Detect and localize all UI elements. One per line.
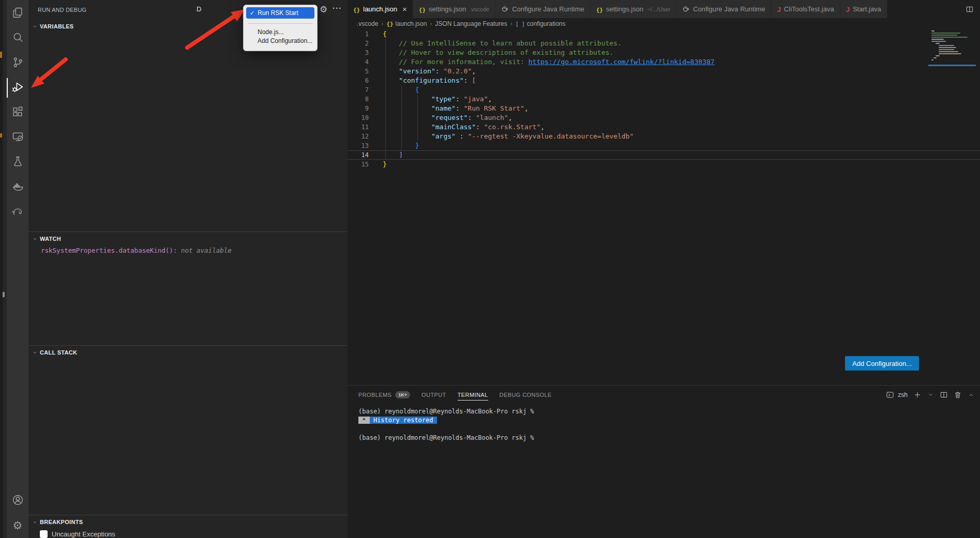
code-line[interactable]: 5 "version": "0.2.0", — [348, 67, 980, 76]
background-mark — [0, 133, 2, 137]
shell-label: zsh — [898, 391, 908, 398]
line-number: 2 — [348, 39, 369, 48]
menu-item-run-rsk-start[interactable]: ✓Run RSK Start — [246, 7, 314, 19]
activity-bar-item-extensions[interactable] — [7, 100, 28, 125]
tab-label: Start.java — [853, 5, 881, 13]
code-line[interactable]: 4 // For more information, visit: https:… — [348, 57, 980, 67]
code-line[interactable]: 7 { — [348, 85, 980, 95]
activity-bar-spacer — [7, 224, 28, 488]
activity-bar-item-settings[interactable]: ⚙ — [7, 513, 28, 538]
breadcrumb-label: .vscode — [357, 20, 378, 27]
code-content[interactable]: 1{2 // Use IntelliSense to learn about p… — [348, 29, 980, 169]
breakpoint-checkbox[interactable] — [40, 530, 48, 538]
activity-bar-item-explorer[interactable] — [7, 1, 28, 26]
accounts-icon — [11, 494, 24, 509]
breadcrumb-item-vscode[interactable]: .vscode — [357, 20, 378, 27]
tab-settings-json-user[interactable]: {}settings.json~/.../User — [591, 0, 676, 18]
tab-settings-json-vscode[interactable]: {}settings.json.vscode — [413, 0, 495, 18]
line-number: 4 — [348, 57, 369, 67]
activity-bar-item-docker[interactable] — [7, 175, 28, 199]
breadcrumb-item-json-language-features[interactable]: JSON Language Features — [435, 20, 507, 27]
chevron-up-icon[interactable] — [968, 391, 975, 398]
code-line[interactable]: 15} — [348, 160, 980, 169]
line-number: 3 — [348, 48, 369, 57]
chevron-down-icon[interactable] — [927, 391, 934, 398]
trash-icon[interactable] — [954, 391, 962, 399]
breadcrumb-item-configurations[interactable]: [ ]configurations — [516, 20, 566, 27]
line-content: "mainClass": "co.rsk.Start", — [369, 122, 980, 132]
watch-section-header[interactable]: WATCH — [28, 232, 348, 245]
code-line[interactable]: 8 "type": "java", — [348, 95, 980, 104]
terminal-icon[interactable] — [886, 391, 894, 399]
editor-pane[interactable]: 1{2 // Use IntelliSense to learn about p… — [348, 29, 980, 385]
panel-tab-debug-console[interactable]: DEBUG CONSOLE — [500, 386, 552, 404]
menu-item-add-configuration[interactable]: Add Configuration... — [244, 36, 317, 45]
code-line[interactable]: 10 "request": "launch", — [348, 113, 980, 122]
panel-tab-problems[interactable]: PROBLEMS1K+ — [358, 386, 410, 404]
tab-clitoolstest-java[interactable]: JCliToolsTest.java — [772, 0, 840, 18]
breadcrumb-item-launch-json[interactable]: {}launch.json — [386, 20, 427, 27]
panel-tab-output[interactable]: OUTPUT — [421, 386, 446, 404]
code-line[interactable]: 13 } — [348, 141, 980, 150]
terminal-output[interactable]: (base) reynoldmorel@Reynolds-MacBook-Pro… — [348, 404, 980, 538]
tab-start-java[interactable]: JStart.java — [840, 0, 887, 18]
minimap-line — [939, 47, 956, 48]
code-line[interactable]: 2 // Use IntelliSense to learn about pos… — [348, 39, 980, 48]
background-mark — [3, 292, 5, 297]
split-icon[interactable] — [940, 391, 948, 399]
tab-launch-json[interactable]: {}launch.json× — [348, 0, 413, 18]
code-line-current[interactable]: 14 ] — [348, 150, 980, 160]
panel-tab-label: OUTPUT — [421, 392, 446, 398]
line-content: } — [369, 160, 980, 169]
chevron-down-icon — [32, 23, 38, 30]
activity-bar-item-gradle[interactable] — [7, 199, 28, 224]
line-content: "type": "java", — [369, 95, 980, 104]
breadcrumb: .vscode›{}launch.json›JSON Language Feat… — [348, 18, 980, 29]
terminal-line: (base) reynoldmorel@Reynolds-MacBook-Pro… — [358, 434, 980, 442]
minimap-line — [939, 49, 954, 50]
java-runtime-icon — [501, 5, 509, 13]
code-line[interactable]: 3 // Hover to view descriptions of exist… — [348, 48, 980, 57]
panel-tab-terminal[interactable]: TERMINAL — [458, 386, 488, 404]
activity-bar-item-run-and-debug[interactable] — [7, 75, 28, 100]
line-content: // Hover to view descriptions of existin… — [369, 48, 980, 57]
vscode-window: ⚙ RUN AND DEBUG D ⚙ ··· VARIABLES WATCH … — [0, 0, 980, 538]
activity-bar-item-testing[interactable] — [7, 150, 28, 175]
activity-bar-item-search[interactable] — [7, 26, 28, 51]
plus-icon[interactable] — [913, 391, 922, 399]
tab-configure-java-runtime[interactable]: Configure Java Runtime — [676, 0, 771, 18]
breakpoints-section-header[interactable]: BREAKPOINTS — [28, 515, 348, 529]
configuration-dropdown-menu: ✓Run RSK StartNode.js...Add Configuratio… — [243, 5, 318, 51]
watch-expression-row[interactable]: rskSystemProperties.databaseKind(): not … — [41, 247, 348, 254]
menu-item-node-js[interactable]: Node.js... — [244, 27, 317, 36]
split-editor-icon[interactable] — [966, 5, 974, 13]
line-content: // For more information, visit: https://… — [369, 57, 980, 67]
code-line[interactable]: 12 "args" : "--regtest -Xkeyvalue.dataso… — [348, 132, 980, 141]
activity-bar-item-source-control[interactable] — [7, 51, 28, 75]
minimap-line — [933, 57, 937, 58]
tab-configure-java-runtime[interactable]: Configure Java Runtime — [495, 0, 590, 18]
minimap-line — [936, 43, 940, 44]
variables-label: VARIABLES — [40, 23, 73, 29]
more-actions-icon[interactable]: ··· — [333, 4, 342, 12]
close-icon[interactable]: × — [402, 5, 407, 13]
line-number: 8 — [348, 95, 369, 104]
line-number: 14 — [348, 150, 369, 160]
minimap-line — [931, 39, 944, 40]
activity-bar-item-accounts[interactable] — [7, 488, 28, 513]
json-braces-icon: {} — [353, 5, 360, 14]
line-content: } — [369, 141, 980, 150]
watch-expression: rskSystemProperties.databaseKind(): — [41, 247, 177, 254]
minimap[interactable] — [931, 30, 974, 62]
panel-header: PROBLEMS1K+OUTPUTTERMINALDEBUG CONSOLE z… — [348, 386, 980, 404]
call-stack-section-header[interactable]: CALL STACK — [28, 346, 348, 359]
gear-icon[interactable]: ⚙ — [320, 4, 327, 14]
breakpoint-uncaught-exceptions[interactable]: Uncaught Exceptions — [40, 530, 348, 538]
code-line[interactable]: 1{ — [348, 29, 980, 39]
java-file-icon: J — [777, 5, 781, 14]
add-configuration-button[interactable]: Add Configuration... — [845, 356, 919, 371]
code-line[interactable]: 11 "mainClass": "co.rsk.Start", — [348, 122, 980, 132]
code-line[interactable]: 9 "name": "Run RSK Start", — [348, 104, 980, 113]
code-line[interactable]: 6 "configurations": [ — [348, 76, 980, 85]
activity-bar-item-remote-explorer[interactable] — [7, 125, 28, 150]
